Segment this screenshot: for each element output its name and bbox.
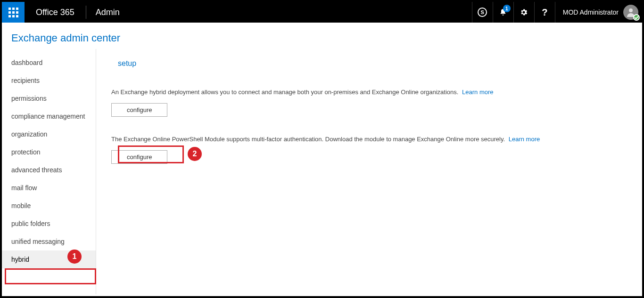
sidebar-item-protection[interactable]: protection bbox=[2, 143, 96, 161]
notifications-button[interactable]: 1 bbox=[493, 2, 513, 23]
sidebar-item-mail-flow[interactable]: mail flow bbox=[2, 179, 96, 197]
sidebar-item-organization[interactable]: organization bbox=[2, 125, 96, 143]
hybrid-deployment-section: An Exchange hybrid deployment allows you… bbox=[111, 89, 628, 117]
presence-available-icon bbox=[633, 14, 640, 21]
powershell-module-section: The Exchange Online PowerShell Module su… bbox=[111, 136, 628, 164]
page-title: Exchange admin center bbox=[2, 23, 642, 49]
gear-icon bbox=[520, 8, 528, 16]
skype-button[interactable]: S bbox=[472, 2, 493, 23]
waffle-icon bbox=[8, 8, 18, 17]
sidebar-item-unified-messaging[interactable]: unified messaging bbox=[2, 233, 96, 250]
sidebar-item-hybrid[interactable]: hybrid bbox=[2, 250, 96, 268]
sidebar-item-permissions[interactable]: permissions bbox=[2, 89, 96, 107]
hybrid-desc: An Exchange hybrid deployment allows you… bbox=[111, 89, 628, 96]
svg-point-0 bbox=[629, 8, 633, 12]
notification-badge: 1 bbox=[503, 5, 511, 12]
sidebar-item-advanced-threats[interactable]: advanced threats bbox=[2, 161, 96, 179]
content-tabs: setup bbox=[111, 57, 628, 70]
hybrid-configure-button[interactable]: configure bbox=[111, 103, 167, 117]
settings-button[interactable] bbox=[513, 2, 534, 23]
powershell-desc: The Exchange Online PowerShell Module su… bbox=[111, 136, 628, 143]
avatar bbox=[623, 5, 638, 20]
tab-setup[interactable]: setup bbox=[111, 57, 143, 70]
powershell-desc-text: The Exchange Online PowerShell Module su… bbox=[111, 136, 505, 143]
brand-group: Office 365 Admin bbox=[25, 2, 131, 23]
powershell-configure-button[interactable]: configure bbox=[111, 150, 167, 164]
help-button[interactable]: ? bbox=[534, 2, 555, 23]
hybrid-desc-text: An Exchange hybrid deployment allows you… bbox=[111, 89, 458, 96]
sidebar-item-compliance-management[interactable]: compliance management bbox=[2, 107, 96, 125]
user-menu[interactable]: MOD Administrator bbox=[555, 2, 642, 23]
help-icon: ? bbox=[542, 7, 547, 18]
hybrid-learn-more-link[interactable]: Learn more bbox=[462, 89, 493, 96]
sidebar-item-recipients[interactable]: recipients bbox=[2, 72, 96, 89]
powershell-learn-more-link[interactable]: Learn more bbox=[509, 136, 540, 143]
body-area: dashboard recipients permissions complia… bbox=[2, 49, 642, 294]
sidebar: dashboard recipients permissions complia… bbox=[2, 49, 96, 294]
global-header: Office 365 Admin S 1 ? MOD Administrator bbox=[2, 2, 642, 23]
header-right: S 1 ? MOD Administrator bbox=[472, 2, 642, 23]
brand-admin[interactable]: Admin bbox=[86, 2, 131, 23]
sidebar-item-public-folders[interactable]: public folders bbox=[2, 215, 96, 233]
skype-icon: S bbox=[478, 8, 487, 17]
user-name-label: MOD Administrator bbox=[563, 8, 619, 16]
brand-office365[interactable]: Office 365 bbox=[25, 2, 86, 23]
sidebar-item-mobile[interactable]: mobile bbox=[2, 197, 96, 215]
app-launcher-button[interactable] bbox=[2, 2, 25, 23]
content-area: setup An Exchange hybrid deployment allo… bbox=[96, 49, 642, 294]
sidebar-item-dashboard[interactable]: dashboard bbox=[2, 54, 96, 72]
